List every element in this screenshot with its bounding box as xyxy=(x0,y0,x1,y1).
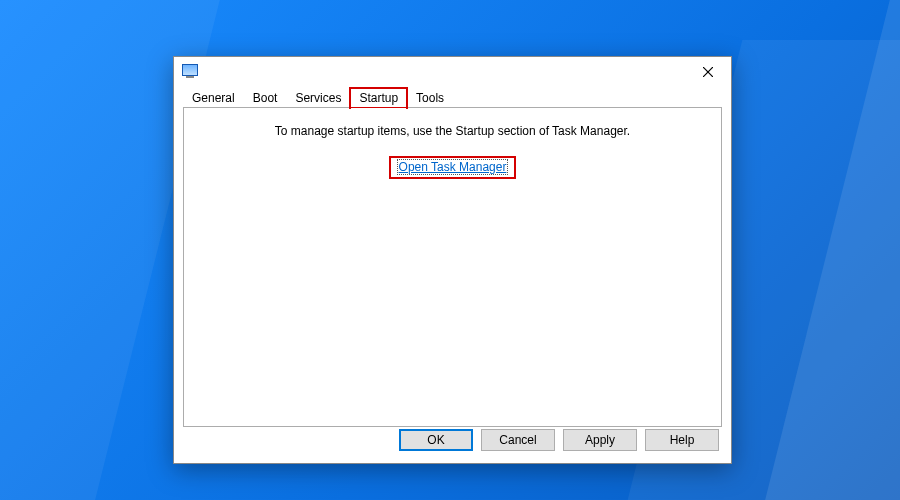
tab-general[interactable]: General xyxy=(183,88,244,108)
tab-services[interactable]: Services xyxy=(286,88,350,108)
tab-startup[interactable]: Startup xyxy=(350,88,407,108)
startup-info-text: To manage startup items, use the Startup… xyxy=(184,124,721,138)
help-button[interactable]: Help xyxy=(645,429,719,451)
titlebar xyxy=(174,57,731,87)
close-button[interactable] xyxy=(685,57,731,87)
tab-tools[interactable]: Tools xyxy=(407,88,453,108)
cancel-button[interactable]: Cancel xyxy=(481,429,555,451)
app-icon xyxy=(182,64,198,80)
tab-boot[interactable]: Boot xyxy=(244,88,287,108)
close-icon xyxy=(703,67,713,77)
msconfig-window: General Boot Services Startup Tools To m… xyxy=(173,56,732,464)
apply-button[interactable]: Apply xyxy=(563,429,637,451)
desktop-background: General Boot Services Startup Tools To m… xyxy=(0,0,900,500)
dialog-button-row: OK Cancel Apply Help xyxy=(399,429,719,451)
startup-tab-panel: To manage startup items, use the Startup… xyxy=(183,108,722,427)
ok-button[interactable]: OK xyxy=(399,429,473,451)
highlight-box: Open Task Manager xyxy=(389,156,517,179)
open-task-manager-link[interactable]: Open Task Manager xyxy=(397,159,509,175)
tab-strip: General Boot Services Startup Tools xyxy=(183,87,722,108)
